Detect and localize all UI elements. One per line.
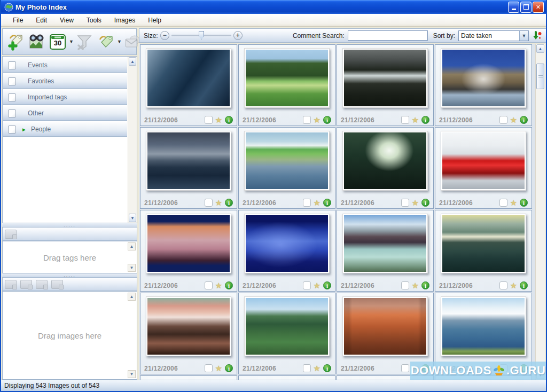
restore-button[interactable] xyxy=(520,2,532,13)
info-icon[interactable]: i xyxy=(225,364,233,372)
sort-direction-icon[interactable] xyxy=(532,30,542,41)
other-checkbox[interactable] xyxy=(8,109,16,117)
photo-thumbnail[interactable] xyxy=(244,131,330,191)
sidebar-item-people[interactable]: ► People xyxy=(3,122,127,137)
info-icon[interactable]: i xyxy=(225,281,233,289)
photo-thumbnail[interactable] xyxy=(441,48,526,108)
photo-thumbnail[interactable] xyxy=(146,48,231,108)
size-slider[interactable] xyxy=(171,35,231,36)
info-icon[interactable]: i xyxy=(421,199,429,207)
favorite-star-icon[interactable]: ★ xyxy=(510,282,517,289)
splitter-handle[interactable]: ..... xyxy=(2,273,137,277)
favorite-star-icon[interactable]: ★ xyxy=(510,116,517,123)
favorite-star-icon[interactable]: ★ xyxy=(412,199,419,206)
photo-select-checkbox[interactable] xyxy=(401,199,409,207)
events-checkbox[interactable] xyxy=(8,61,16,69)
photo-select-checkbox[interactable] xyxy=(303,281,311,289)
info-icon[interactable]: i xyxy=(421,281,429,289)
favorite-star-icon[interactable]: ★ xyxy=(314,365,321,372)
size-decrease-button[interactable]: − xyxy=(160,31,169,40)
photo-select-checkbox[interactable] xyxy=(401,281,409,289)
scroll-down-icon[interactable]: ▼ xyxy=(129,214,136,222)
photo-thumbnail[interactable] xyxy=(146,296,231,356)
menu-help[interactable]: Help xyxy=(142,15,168,26)
photo-select-checkbox[interactable] xyxy=(205,116,213,124)
info-icon[interactable]: i xyxy=(323,364,331,372)
scroll-down-icon[interactable]: ▼ xyxy=(128,264,136,272)
sidebar-item-favorites[interactable]: Favorites xyxy=(3,74,127,89)
people-checkbox[interactable] xyxy=(8,126,16,134)
favorite-star-icon[interactable]: ★ xyxy=(314,116,321,123)
calendar-dropdown-icon[interactable]: ▼ xyxy=(69,39,74,44)
sidebar-item-events[interactable]: Events xyxy=(3,58,127,73)
sort-by-dropdown[interactable]: Date taken ▼ xyxy=(458,30,529,41)
menu-view[interactable]: View xyxy=(53,15,80,26)
photo-select-checkbox[interactable] xyxy=(205,281,213,289)
photo-thumbnail[interactable] xyxy=(342,131,428,191)
favorite-star-icon[interactable]: ★ xyxy=(412,116,419,123)
photo-thumbnail[interactable] xyxy=(441,296,526,356)
splitter-handle[interactable]: ..... xyxy=(2,223,137,227)
favorites-checkbox[interactable] xyxy=(8,77,16,85)
info-icon[interactable]: i xyxy=(421,116,429,124)
photo-thumbnail[interactable] xyxy=(342,48,428,108)
info-icon[interactable]: i xyxy=(520,116,528,124)
info-icon[interactable]: i xyxy=(323,199,331,207)
favorite-star-icon[interactable]: ★ xyxy=(510,199,517,206)
photo-select-checkbox[interactable] xyxy=(401,364,409,372)
imported-tags-checkbox[interactable] xyxy=(8,93,16,101)
minimize-button[interactable] xyxy=(508,2,519,13)
scroll-down-icon[interactable]: ▼ xyxy=(128,370,136,378)
photo-select-checkbox[interactable] xyxy=(303,199,311,207)
sort-dropdown-arrow-icon[interactable]: ▼ xyxy=(519,31,528,41)
photo-thumbnail[interactable] xyxy=(146,131,231,191)
scroll-up-icon[interactable]: ▲ xyxy=(128,242,136,250)
size-slider-thumb[interactable] xyxy=(199,31,204,40)
favorite-star-icon[interactable]: ★ xyxy=(314,199,321,206)
photo-thumbnail[interactable] xyxy=(146,214,231,273)
category-list-scrollbar[interactable]: ▲ ▼ xyxy=(128,57,137,223)
photo-thumbnail[interactable] xyxy=(244,214,330,273)
favorite-star-icon[interactable]: ★ xyxy=(215,199,222,206)
favorite-star-icon[interactable]: ★ xyxy=(314,282,321,289)
scroll-up-icon[interactable]: ▲ xyxy=(536,44,544,53)
menu-tools[interactable]: Tools xyxy=(80,15,108,26)
expand-triangle-icon[interactable]: ► xyxy=(21,127,27,132)
info-icon[interactable]: i xyxy=(225,199,233,207)
tags-dropdown-icon[interactable]: ▼ xyxy=(117,39,122,44)
scroll-up-icon[interactable]: ▲ xyxy=(129,57,136,66)
favorite-star-icon[interactable]: ★ xyxy=(215,365,222,372)
drag-images-dropzone[interactable]: Drag images here ▲ ▼ xyxy=(2,291,137,380)
info-icon[interactable]: i xyxy=(520,281,528,289)
photo-select-checkbox[interactable] xyxy=(303,116,311,124)
sidebar-item-other[interactable]: Other xyxy=(3,106,127,121)
favorite-star-icon[interactable]: ★ xyxy=(215,282,222,289)
photo-select-checkbox[interactable] xyxy=(499,116,507,124)
photo-select-checkbox[interactable] xyxy=(499,281,507,289)
photo-thumbnail[interactable] xyxy=(342,296,428,356)
close-button[interactable]: ✕ xyxy=(533,2,544,13)
size-increase-button[interactable]: + xyxy=(233,31,243,40)
scroll-up-icon[interactable]: ▲ xyxy=(128,293,136,301)
info-icon[interactable]: i xyxy=(225,116,233,124)
scrollbar-thumb[interactable] xyxy=(536,64,544,89)
photo-select-checkbox[interactable] xyxy=(401,116,409,124)
info-icon[interactable]: i xyxy=(323,281,331,289)
photo-thumbnail[interactable] xyxy=(244,296,330,356)
photo-select-checkbox[interactable] xyxy=(303,364,311,372)
photo-thumbnail[interactable] xyxy=(441,214,526,273)
info-icon[interactable]: i xyxy=(323,116,331,124)
photo-grid-scrollbar[interactable]: ▲ ▼ xyxy=(535,44,545,380)
photo-thumbnail[interactable] xyxy=(342,214,428,273)
tags-menu-icon[interactable] xyxy=(96,32,115,51)
sidebar-item-imported-tags[interactable]: Imported tags xyxy=(3,90,127,105)
photo-thumbnail[interactable] xyxy=(244,48,330,108)
photo-select-checkbox[interactable] xyxy=(205,364,213,372)
search-images-icon[interactable] xyxy=(27,32,46,51)
photo-select-checkbox[interactable] xyxy=(499,199,507,207)
photo-thumbnail[interactable] xyxy=(441,131,526,191)
comment-search-input[interactable] xyxy=(348,30,428,41)
calendar-filter-icon[interactable]: 30 xyxy=(48,32,67,51)
favorite-star-icon[interactable]: ★ xyxy=(215,116,222,123)
menu-images[interactable]: Images xyxy=(108,15,142,26)
